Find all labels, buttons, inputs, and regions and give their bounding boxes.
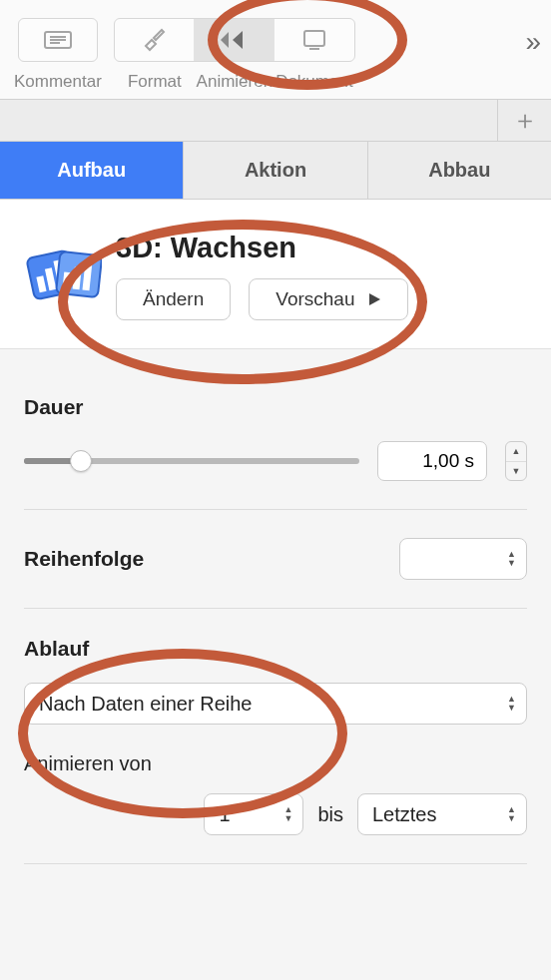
chevron-updown-icon: ▲▼ bbox=[507, 550, 516, 568]
chevron-updown-icon: ▲▼ bbox=[507, 695, 516, 713]
delivery-label: Ablauf bbox=[24, 637, 527, 661]
animate-from-label: Animieren von bbox=[24, 752, 527, 775]
toolbar: Kommentar Format Animieren Dokument » bbox=[0, 0, 551, 100]
format-label: Format bbox=[115, 72, 195, 92]
format-button[interactable] bbox=[115, 19, 195, 61]
effect-info: 3D: Wachsen Ändern Vorschau bbox=[116, 232, 408, 320]
delivery-value: Nach Daten einer Reihe bbox=[39, 693, 252, 716]
document-button[interactable] bbox=[275, 19, 354, 61]
change-button-label: Ändern bbox=[143, 288, 204, 310]
animate-icon bbox=[219, 29, 249, 51]
section-delivery: Ablauf Nach Daten einer Reihe ▲▼ Animier… bbox=[24, 609, 527, 864]
animate-range-row: 1 ▲▼ bis Letztes ▲▼ bbox=[24, 793, 527, 835]
to-value: Letztes bbox=[372, 803, 436, 826]
tab-abbau[interactable]: Abbau bbox=[368, 142, 551, 199]
effect-header: 3D: Wachsen Ändern Vorschau bbox=[0, 200, 551, 349]
settings-panel: Dauer ▲ ▼ Reihenfolge ▲▼ Ablauf bbox=[0, 349, 551, 864]
slide-tabstrip: ＋ bbox=[0, 100, 551, 142]
stepper-up-icon[interactable]: ▲ bbox=[506, 442, 526, 462]
svg-rect-4 bbox=[304, 31, 324, 46]
order-label: Reihenfolge bbox=[24, 547, 381, 571]
tool-group-inspector: Format Animieren Dokument bbox=[114, 18, 355, 92]
to-select[interactable]: Letztes ▲▼ bbox=[357, 793, 527, 835]
preview-button-label: Vorschau bbox=[276, 288, 354, 310]
document-icon bbox=[303, 30, 325, 50]
chevron-updown-icon: ▲▼ bbox=[507, 805, 516, 823]
play-icon bbox=[367, 292, 381, 306]
from-value: 1 bbox=[219, 803, 230, 826]
animate-button[interactable] bbox=[195, 19, 275, 61]
add-tab-button[interactable]: ＋ bbox=[497, 100, 551, 141]
tab-aktion[interactable]: Aktion bbox=[184, 142, 367, 199]
bis-label: bis bbox=[317, 803, 343, 826]
document-label: Dokument bbox=[275, 72, 354, 92]
order-select[interactable]: ▲▼ bbox=[399, 538, 527, 580]
chevron-updown-icon: ▲▼ bbox=[284, 805, 293, 823]
effect-title: 3D: Wachsen bbox=[116, 232, 408, 264]
from-select[interactable]: 1 ▲▼ bbox=[204, 793, 303, 835]
brush-icon bbox=[142, 28, 166, 52]
comment-button[interactable] bbox=[18, 18, 98, 62]
comment-label: Kommentar bbox=[14, 72, 102, 92]
duration-slider[interactable] bbox=[24, 451, 359, 471]
delivery-select[interactable]: Nach Daten einer Reihe ▲▼ bbox=[24, 683, 527, 725]
stepper-down-icon[interactable]: ▼ bbox=[506, 462, 526, 481]
animate-label: Animieren bbox=[195, 72, 275, 92]
duration-label: Dauer bbox=[24, 395, 527, 419]
slider-thumb[interactable] bbox=[70, 450, 92, 472]
inspector-segment bbox=[114, 18, 355, 62]
section-duration: Dauer ▲ ▼ bbox=[24, 367, 527, 510]
tool-group-comment: Kommentar bbox=[14, 18, 102, 92]
tab-aufbau[interactable]: Aufbau bbox=[0, 142, 184, 199]
chart-3d-icon bbox=[24, 238, 102, 320]
overflow-chevron-icon[interactable]: » bbox=[525, 26, 541, 58]
animation-phase-tabs: Aufbau Aktion Abbau bbox=[0, 142, 551, 200]
comment-icon bbox=[44, 31, 72, 49]
inspector-labels: Format Animieren Dokument bbox=[115, 72, 354, 92]
change-button[interactable]: Ändern bbox=[116, 278, 231, 320]
duration-input[interactable] bbox=[377, 441, 487, 481]
duration-stepper[interactable]: ▲ ▼ bbox=[505, 441, 527, 481]
preview-button[interactable]: Vorschau bbox=[249, 278, 407, 320]
section-order: Reihenfolge ▲▼ bbox=[24, 510, 527, 609]
effect-buttons: Ändern Vorschau bbox=[116, 278, 408, 320]
